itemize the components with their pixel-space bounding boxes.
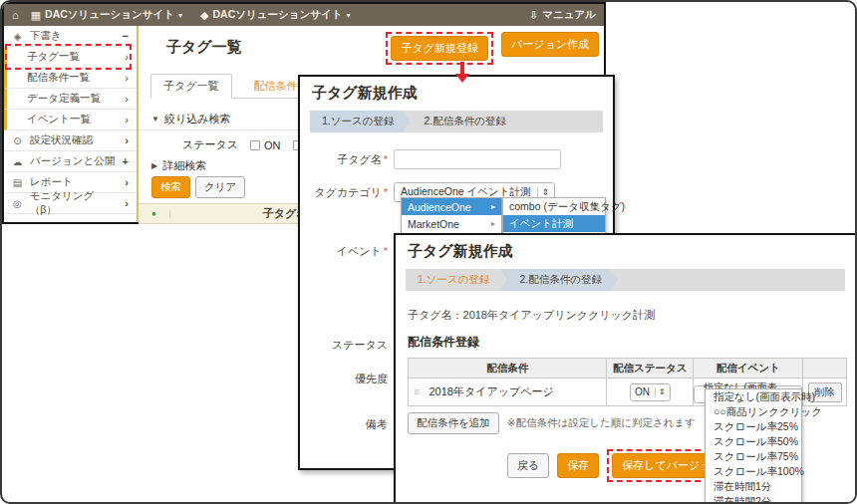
tag-category-label: タグカテゴリ*	[300, 185, 388, 200]
sidebar-item-events[interactable]: イベント一覧 ›	[4, 110, 137, 130]
step-source-registration[interactable]: 1.ソースの登録	[406, 269, 506, 291]
step-delivery-conditions: 2.配信条件の登録	[405, 111, 523, 132]
option-scroll-50[interactable]: スクロール率50%	[706, 434, 801, 449]
step-bar: 1.ソースの登録 2.配信条件の登録	[310, 111, 603, 132]
back-button[interactable]: 戻る	[507, 453, 549, 478]
drag-handle-icon[interactable]: ≡	[414, 385, 420, 397]
select-arrows-icon: ⇕	[537, 187, 550, 197]
sidebar-item-label: 設定状況確認	[30, 133, 93, 147]
save-button[interactable]: 保存	[557, 453, 599, 478]
option-scroll-25[interactable]: スクロール率25%	[706, 419, 801, 434]
step-delivery-conditions: 2.配信条件の登録	[500, 269, 619, 291]
screenshot-frame: ⌂ ▦ DACソリューションサイト ▾ ◆ DACソリューションサイト ▾ ⇩ …	[0, 0, 857, 504]
option-no-selection[interactable]: 指定なし(画面表示時)	[706, 389, 801, 404]
option-scroll-100[interactable]: スクロール率100%	[706, 464, 801, 479]
chevron-right-icon: ›	[125, 72, 137, 84]
menu-item-audienceone[interactable]: AudienceOne ▸	[402, 198, 501, 215]
tag-name-input[interactable]	[394, 149, 561, 169]
search-actions: 検索 クリア	[151, 176, 245, 198]
select-arrows-icon: ⇕	[655, 387, 666, 396]
option-product-link-click[interactable]: ○○商品リンククリック	[706, 404, 801, 419]
delivery-status-select[interactable]: ON ⇕	[630, 383, 671, 401]
create-version-button[interactable]: バージョン作成	[501, 32, 599, 57]
sidebar-item-version-publish[interactable]: ☁ バージョンと公開 +	[4, 151, 137, 172]
sidebar-item-label: モニタリング（β）	[30, 189, 120, 217]
sidebar-item-config-status[interactable]: ⊙ 設定状況確認 ›	[4, 130, 137, 151]
sidebar-item-child-tag-list[interactable]: 子タグ一覧 ›	[4, 47, 137, 68]
status-dot-icon: ●	[139, 209, 170, 218]
header-delivery-event: 配信イベント	[694, 359, 803, 378]
caret-down-icon: ▼	[151, 115, 159, 124]
option-stay-2min[interactable]: 滞在時間2分	[706, 494, 801, 504]
delivery-status-value: ON	[635, 386, 650, 397]
required-mark: *	[384, 245, 388, 257]
note-label: 備考	[300, 417, 388, 432]
menu-item-combo[interactable]: combo (データ収集タグ)	[503, 198, 605, 215]
header-actions	[803, 359, 847, 378]
sidebar-item-monitoring[interactable]: ◎ モニタリング（β） ›	[4, 193, 137, 214]
priority-label: 優先度	[300, 372, 388, 386]
search-button[interactable]: 検索	[151, 176, 190, 198]
required-mark: *	[384, 153, 388, 165]
draft-icon: ◈	[11, 31, 24, 42]
app-switcher-menu[interactable]: ▦ DACソリューションサイト ▾	[25, 8, 188, 22]
new-child-tag-button[interactable]: 子タグ新規登録	[391, 36, 488, 61]
status-label: ステータス	[139, 137, 238, 152]
table-header-row: 配信条件 配信ステータス 配信イベント	[409, 359, 847, 378]
option-stay-1min[interactable]: 滞在時間1分	[706, 479, 801, 494]
menu-item-label: イベント計測	[509, 217, 573, 231]
detail-search-label: 詳細検索	[162, 158, 206, 173]
cloud-icon: ☁	[11, 156, 24, 167]
page-title: 子タグ一覧	[166, 38, 242, 57]
chevron-right-icon: ›	[125, 114, 137, 126]
option-scroll-75[interactable]: スクロール率75%	[706, 449, 801, 464]
status-label: ステータス	[300, 338, 388, 353]
tab-child-tag-list[interactable]: 子タグ一覧	[150, 74, 232, 99]
status-on-checkbox[interactable]	[250, 140, 260, 150]
home-icon[interactable]: ⌂	[12, 9, 19, 21]
header-delivery-status: 配信ステータス	[607, 359, 694, 378]
tag-name-row: 子タグ名*	[300, 149, 613, 169]
tag-name-line: 子タグ名：2018年タイアップリンククリック計測	[408, 308, 843, 323]
collapse-minus-icon: −	[123, 30, 137, 42]
page-actions: 子タグ新規登録 バージョン作成	[386, 32, 599, 65]
sidebar-item-label: イベント一覧	[27, 113, 91, 126]
header-condition: 配信条件	[409, 359, 607, 378]
clear-button[interactable]: クリア	[195, 176, 245, 198]
caret-right-icon: ▶	[151, 161, 157, 170]
menu-item-event-measurement[interactable]: イベント計測	[503, 215, 605, 232]
status-on-label: ON	[264, 139, 281, 151]
grid-icon: ▦	[31, 9, 41, 22]
chevron-right-icon: ›	[125, 134, 137, 146]
menu-item-label: combo (データ収集タグ)	[509, 200, 625, 214]
report-icon: ▤	[11, 177, 24, 188]
sidebar-item-label: 子タグ一覧	[27, 50, 80, 64]
modal-title: 子タグ新規作成	[312, 84, 601, 103]
modal-title: 子タグ新規作成	[408, 242, 843, 261]
menu-item-label: MarketOne	[408, 218, 459, 230]
detail-search-toggle[interactable]: ▶ 詳細検索	[151, 158, 206, 173]
delivery-status-cell: ON ⇕	[607, 378, 694, 406]
sidebar-item-draft[interactable]: ◈ 下書き −	[4, 26, 137, 47]
filter-toggle[interactable]: ▼ 絞り込み検索	[151, 112, 230, 126]
chevron-right-icon: ›	[125, 93, 137, 105]
sidebar-item-data-definitions[interactable]: データ定義一覧 ›	[4, 89, 137, 110]
menu-item-marketone[interactable]: MarketOne ▸	[402, 215, 501, 232]
new-tag-highlight: 子タグ新規登録	[386, 32, 493, 65]
filter-title-label: 絞り込み検索	[164, 112, 231, 126]
sidebar-item-delivery-conditions[interactable]: 配信条件一覧 ›	[4, 68, 137, 89]
condition-name: 2018年タイアップページ	[428, 385, 553, 397]
delivery-conditions-section-title: 配信条件登録	[408, 334, 843, 351]
add-condition-button[interactable]: 配信条件を追加	[408, 412, 499, 434]
app-switcher-label: DACソリューションサイト	[45, 8, 174, 22]
tag-name-label: 子タグ名*	[300, 152, 388, 167]
manual-link[interactable]: ⇩ マニュアル	[529, 8, 596, 22]
globe-icon: ⊙	[11, 135, 24, 146]
monitoring-icon: ◎	[11, 198, 24, 209]
chevron-right-icon: ›	[125, 51, 137, 63]
sidebar-item-label: バージョンと公開	[30, 154, 115, 168]
site-menu[interactable]: ◆ DACソリューションサイト ▾	[194, 8, 356, 22]
step-bar: 1.ソースの登録 2.配信条件の登録	[406, 269, 845, 291]
sidebar-item-label: レポート	[30, 175, 73, 189]
caret-down-icon: ▾	[178, 11, 182, 20]
